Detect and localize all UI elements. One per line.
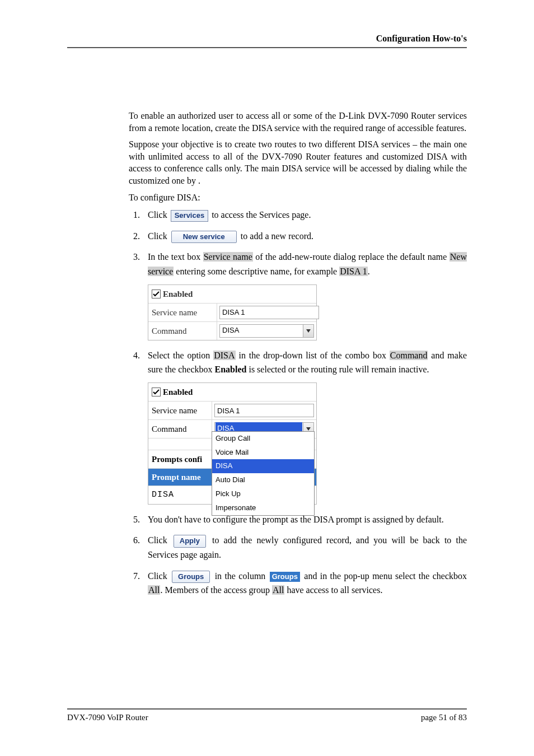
service-panel-1: Enabled Service name Command bbox=[148, 284, 317, 340]
service-name-input-1[interactable] bbox=[219, 306, 319, 319]
footer-left: DVX-7090 VoIP Router bbox=[67, 713, 148, 722]
step-7-post: have access to all services. bbox=[284, 585, 382, 595]
step-4-post: is selected or the routing rule will rem… bbox=[246, 365, 429, 374]
step-4: Select the option DISA in the drop-down … bbox=[142, 348, 467, 505]
step-6-pre: Click bbox=[148, 535, 172, 545]
step-1: Click Services to access the Services pa… bbox=[142, 208, 467, 222]
new-service-button[interactable]: New service bbox=[171, 231, 237, 244]
enabled-label-1: Enabled bbox=[163, 287, 193, 301]
enabled-label-2: Enabled bbox=[163, 385, 193, 399]
check-icon bbox=[152, 388, 161, 396]
intro-paragraph-2: Suppose your objective is to create two … bbox=[129, 138, 467, 186]
apply-button[interactable]: Apply bbox=[174, 535, 206, 548]
service-panel-2: Enabled Service name Command bbox=[148, 382, 317, 505]
intro-paragraph-1: To enable an authorized user to access a… bbox=[129, 110, 467, 134]
svg-marker-1 bbox=[306, 427, 311, 431]
command-highlight: Command bbox=[390, 351, 428, 360]
option-disa[interactable]: DISA bbox=[212, 459, 314, 473]
command-label-2: Command bbox=[148, 419, 212, 438]
step-7-mid1: in the column bbox=[215, 571, 269, 581]
service-name-label-1: Service name bbox=[148, 304, 217, 321]
step-2: Click New service to add a new record. bbox=[142, 229, 467, 244]
service-name-input-2[interactable] bbox=[214, 404, 314, 417]
disa-option-highlight: DISA bbox=[213, 351, 235, 360]
service-name-highlight: Service name bbox=[203, 252, 253, 262]
step-2-post: to add a new record. bbox=[241, 231, 313, 241]
step-6: Click Apply to add the newly configured … bbox=[142, 533, 467, 562]
enabled-bold: Enabled bbox=[215, 365, 247, 374]
footer-rule bbox=[67, 708, 467, 710]
option-voice-mail[interactable]: Voice Mail bbox=[212, 446, 314, 460]
footer-right: page 51 of 83 bbox=[421, 713, 467, 722]
all-checkbox-highlight: All bbox=[148, 585, 160, 595]
step-2-pre: Click bbox=[148, 231, 170, 241]
page-footer: DVX-7090 VoIP Router page 51 of 83 bbox=[67, 713, 467, 722]
services-button[interactable]: Services bbox=[171, 210, 209, 222]
command-value-1: DISA bbox=[220, 325, 303, 337]
command-dropdown-list[interactable]: Group Call Voice Mail DISA Auto Dial Pic… bbox=[212, 431, 315, 516]
step-7-pre: Click bbox=[148, 571, 170, 581]
option-auto-dial[interactable]: Auto Dial bbox=[212, 473, 314, 487]
enabled-checkbox-1[interactable]: Enabled bbox=[152, 287, 193, 301]
groups-column-header: Groups bbox=[270, 572, 300, 582]
service-name-label-2: Service name bbox=[148, 401, 212, 419]
intro-paragraph-3: To configure DISA: bbox=[129, 192, 467, 204]
groups-button[interactable]: Groups bbox=[172, 571, 210, 584]
prompts-confi-label: Prompts confi bbox=[148, 450, 212, 468]
step-7: Click Groups in the column Groups and in… bbox=[142, 569, 467, 598]
step-3-pre: In the text box bbox=[148, 252, 203, 262]
command-combo-1[interactable]: DISA bbox=[219, 324, 314, 338]
command-label-1: Command bbox=[148, 322, 217, 340]
page-header: Configuration How-to's bbox=[67, 34, 467, 44]
content-area: To enable an authorized user to access a… bbox=[129, 110, 467, 598]
option-impersonate[interactable]: Impersonate bbox=[212, 501, 314, 515]
disa1-highlight: DISA 1 bbox=[339, 267, 367, 276]
enabled-checkbox-2[interactable]: Enabled bbox=[152, 385, 193, 399]
step-3-mid: of the add-new-route dialog replace the … bbox=[253, 252, 449, 262]
all-group-highlight: All bbox=[272, 585, 284, 595]
step-7-mid3: . Members of the access group bbox=[160, 585, 272, 595]
step-3: In the text box Service name of the add-… bbox=[142, 250, 467, 340]
steps-list: Click Services to access the Services pa… bbox=[129, 208, 467, 598]
step-3-tail: . bbox=[368, 267, 370, 276]
step-7-mid2: and in the pop-up menu select the checkb… bbox=[304, 571, 467, 581]
step-1-pre: Click bbox=[148, 210, 170, 220]
step-1-post: to access the Services page. bbox=[212, 210, 311, 220]
option-pick-up[interactable]: Pick Up bbox=[212, 487, 314, 501]
step-4-mid1: in the drop-down list of the combo box bbox=[236, 351, 390, 360]
chevron-down-icon bbox=[303, 325, 313, 337]
step-4-pre: Select the option bbox=[148, 351, 213, 360]
check-icon bbox=[152, 290, 161, 298]
header-rule bbox=[67, 47, 467, 48]
option-group-call[interactable]: Group Call bbox=[212, 432, 314, 446]
step-3-post1: entering some descriptive name, for exam… bbox=[174, 267, 339, 276]
svg-marker-0 bbox=[306, 329, 311, 333]
